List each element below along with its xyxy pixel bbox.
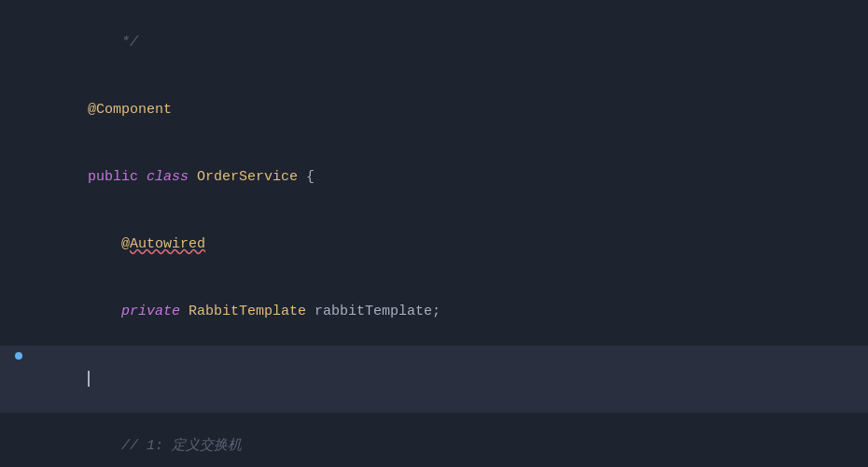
line-gutter — [9, 83, 28, 91]
line-text — [28, 346, 868, 413]
line-text: // 1: 定义交换机 — [28, 413, 868, 467]
code-line: public class OrderService { — [0, 144, 868, 211]
line-gutter — [9, 352, 28, 360]
line-text: @Component — [28, 77, 868, 144]
code-line: @Component — [0, 77, 868, 144]
line-gutter — [9, 150, 28, 158]
line-text: public class OrderService { — [28, 144, 868, 211]
code-editor: */ @Component public class OrderService … — [0, 0, 868, 467]
line-gutter — [9, 16, 28, 23]
code-line: */ — [0, 9, 868, 77]
code-line: @Autowired — [0, 211, 868, 278]
code-line-active — [0, 346, 868, 413]
line-gutter — [9, 285, 28, 292]
line-text: private RabbitTemplate rabbitTemplate; — [28, 278, 868, 346]
code-line: // 1: 定义交换机 — [0, 413, 868, 467]
code-line: private RabbitTemplate rabbitTemplate; — [0, 278, 868, 346]
line-text: @Autowired — [28, 211, 868, 278]
line-gutter — [9, 419, 28, 427]
line-text: */ — [28, 9, 868, 77]
line-gutter — [9, 218, 28, 225]
